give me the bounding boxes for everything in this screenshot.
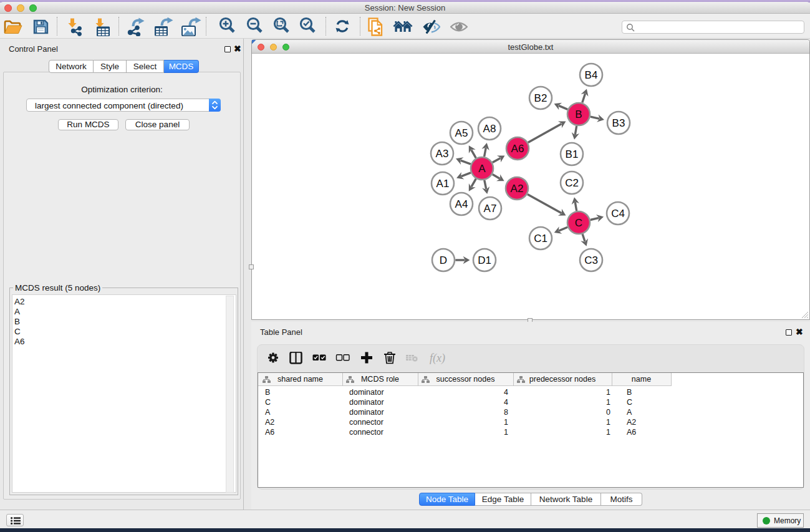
svg-text:B4: B4 <box>585 69 598 81</box>
svg-text:f(x): f(x) <box>430 352 445 364</box>
svg-text:A1: A1 <box>436 178 450 190</box>
svg-text:B3: B3 <box>612 117 625 129</box>
svg-text:B2: B2 <box>534 92 547 104</box>
svg-text:A4: A4 <box>455 198 468 210</box>
svg-text:C4: C4 <box>611 208 625 220</box>
svg-text:A: A <box>478 163 486 175</box>
svg-text:B1: B1 <box>566 148 579 160</box>
svg-text:C1: C1 <box>534 233 547 244</box>
svg-text:D: D <box>440 254 447 266</box>
svg-text:A7: A7 <box>484 203 497 215</box>
svg-text:A8: A8 <box>483 123 496 135</box>
svg-text:C: C <box>575 217 582 229</box>
svg-text:C2: C2 <box>565 177 579 189</box>
svg-text:A5: A5 <box>455 127 468 139</box>
svg-text:A6: A6 <box>511 143 524 155</box>
svg-text:A2: A2 <box>511 183 524 195</box>
svg-text:B: B <box>575 109 582 120</box>
svg-text:C3: C3 <box>584 254 598 266</box>
svg-text:D1: D1 <box>478 254 491 266</box>
svg-text:A3: A3 <box>436 148 449 160</box>
